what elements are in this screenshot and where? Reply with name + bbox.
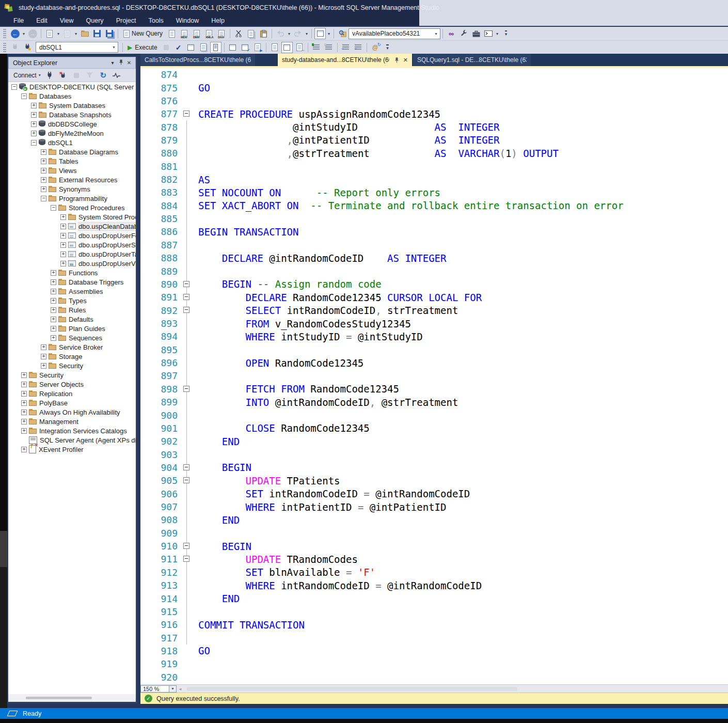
tree-item[interactable]: −Stored Procedures <box>8 203 136 212</box>
tree-item[interactable]: +Views <box>8 166 136 175</box>
results-file-button[interactable]: → <box>294 42 305 53</box>
expand-icon[interactable]: + <box>41 168 46 174</box>
expand-icon[interactable]: + <box>31 121 37 127</box>
collapse-box-icon[interactable] <box>183 386 189 392</box>
new-project-dropdown[interactable]: ▾ <box>73 28 78 39</box>
collapse-icon[interactable]: − <box>41 196 46 201</box>
results-grid-button[interactable] <box>281 42 293 53</box>
expand-icon[interactable]: + <box>51 307 56 313</box>
collapse-box-icon[interactable] <box>183 543 189 549</box>
tree-item[interactable]: +Replication <box>8 389 136 398</box>
database-combo[interactable]: dbSQL1▾ <box>36 42 118 53</box>
tree-item[interactable]: +Always On High Availability <box>8 407 136 417</box>
back-dropdown[interactable]: ▾ <box>21 28 26 39</box>
expand-icon[interactable]: + <box>51 279 56 285</box>
expand-icon[interactable]: + <box>21 428 27 434</box>
connect-plug-icon[interactable] <box>44 70 55 81</box>
expand-icon[interactable]: + <box>51 298 56 304</box>
object-explorer-tree[interactable]: −▶DESKTOP-D8CETKU (SQL Server 15.0.20−Da… <box>8 82 136 694</box>
pin-icon[interactable] <box>117 59 125 66</box>
tree-item[interactable]: +Database Triggers <box>8 277 136 287</box>
collapse-box-icon[interactable] <box>183 281 189 287</box>
cut-button[interactable] <box>233 28 244 39</box>
tree-item[interactable]: −▶DESKTOP-D8CETKU (SQL Server 15.0.20 <box>8 82 136 91</box>
results-text-button[interactable] <box>269 42 280 53</box>
expand-icon[interactable]: + <box>51 270 56 276</box>
collapse-icon[interactable]: − <box>11 84 17 90</box>
tree-item[interactable]: +Integration Services Catalogs <box>8 426 136 435</box>
overflow-button[interactable]: ▾ <box>382 42 393 53</box>
menu-project[interactable]: Project <box>110 16 143 25</box>
expand-icon[interactable]: + <box>60 224 66 229</box>
window-position-icon[interactable]: ▾ <box>108 60 117 66</box>
expand-icon[interactable]: + <box>51 335 56 341</box>
connect-button[interactable]: Connect▾ <box>11 70 43 81</box>
expand-icon[interactable]: + <box>31 112 37 118</box>
collapse-box-icon[interactable] <box>183 556 189 562</box>
collapse-box-icon[interactable] <box>183 294 189 300</box>
new-file-dropdown[interactable]: ▾ <box>56 28 61 39</box>
tree-item[interactable]: +dbo.uspDropUserVie <box>8 259 136 268</box>
terminal-button[interactable] <box>483 28 494 39</box>
mdx-query-button[interactable]: MDX <box>179 28 190 39</box>
expand-icon[interactable]: + <box>21 410 27 415</box>
watch-value-combo[interactable]: vAvailablePlacebo54321▾ <box>349 28 440 39</box>
filter-icon[interactable] <box>84 70 96 81</box>
forward-button[interactable]: → <box>27 28 38 39</box>
tree-item[interactable]: +Security <box>8 370 136 380</box>
tree-item[interactable]: +Functions <box>8 268 136 277</box>
undo-button[interactable] <box>275 28 286 39</box>
uncomment-button[interactable] <box>323 42 335 53</box>
tree-item[interactable]: −Databases <box>8 91 136 101</box>
terminal-dropdown[interactable]: ▾ <box>495 28 500 39</box>
tree-item[interactable]: +Rules <box>8 305 136 315</box>
tree-item[interactable]: +External Resources <box>8 175 136 184</box>
query-options-button[interactable] <box>198 42 209 53</box>
expand-icon[interactable]: + <box>31 131 37 136</box>
tree-item[interactable]: +Assemblies <box>8 287 136 296</box>
expand-icon[interactable]: + <box>41 177 46 183</box>
live-stats-button[interactable]: ▶ <box>252 42 263 53</box>
parse-button[interactable]: ✓ <box>173 42 184 53</box>
expand-icon[interactable]: + <box>41 186 46 192</box>
cancel-button[interactable] <box>161 42 172 53</box>
disconnect-icon[interactable] <box>57 70 69 81</box>
stop-icon[interactable] <box>71 70 82 81</box>
expand-icon[interactable]: + <box>21 419 27 425</box>
expand-icon[interactable]: + <box>21 447 27 452</box>
document-tab-2[interactable]: study-database-and...8CETKU\thele (66))✕ <box>278 54 412 66</box>
tree-item[interactable]: +Tables <box>8 156 136 166</box>
document-tab-3[interactable]: SQLQuery1.sql - DE...8CETKU\thele (63)) <box>413 54 531 66</box>
document-tab-1[interactable]: CallsToStoredProcs...8CETKU\thele (69)) <box>140 54 255 66</box>
tree-item[interactable]: +System Stored Proce <box>8 212 136 222</box>
editor-zoom-dropdown[interactable]: ▼ <box>169 685 177 693</box>
menu-query[interactable]: Query <box>80 16 110 25</box>
sql-code-editor[interactable]: 874875GO876877CREATE PROCEDURE uspAssign… <box>140 68 728 684</box>
new-query-button[interactable]: New Query <box>121 28 165 39</box>
tree-item[interactable]: +dbFlyMe2theMoon <box>8 129 136 138</box>
dmx-query-button[interactable]: DMX <box>191 28 202 39</box>
tree-item[interactable]: +Storage <box>8 352 136 361</box>
overflow-button[interactable]: ▾ <box>500 28 512 39</box>
copy-button[interactable] <box>245 28 257 39</box>
hscroll-left-arrow[interactable]: ◂ <box>177 686 184 691</box>
tree-item[interactable]: −Programmability <box>8 194 136 203</box>
selection-button[interactable] <box>314 28 326 39</box>
menu-edit[interactable]: Edit <box>30 16 54 25</box>
collapse-box-icon[interactable] <box>183 111 189 117</box>
redo-dropdown[interactable]: ▾ <box>304 28 309 39</box>
tree-item[interactable]: +System Databases <box>8 101 136 110</box>
tree-item[interactable]: +Server Objects <box>8 380 136 389</box>
collapse-box-icon[interactable] <box>183 307 189 313</box>
dax-query-button[interactable]: DAX <box>216 28 227 39</box>
expand-icon[interactable]: + <box>21 391 27 397</box>
expand-icon[interactable]: + <box>31 103 37 108</box>
menu-help[interactable]: Help <box>205 16 231 25</box>
paste-button[interactable] <box>258 28 269 39</box>
expand-icon[interactable]: + <box>21 372 27 378</box>
tree-item[interactable]: +Sequences <box>8 333 136 342</box>
tree-item[interactable]: +Defaults <box>8 315 136 324</box>
redo-button[interactable] <box>292 28 304 39</box>
expand-icon[interactable]: + <box>41 354 46 359</box>
tree-item[interactable]: +Management <box>8 417 136 426</box>
